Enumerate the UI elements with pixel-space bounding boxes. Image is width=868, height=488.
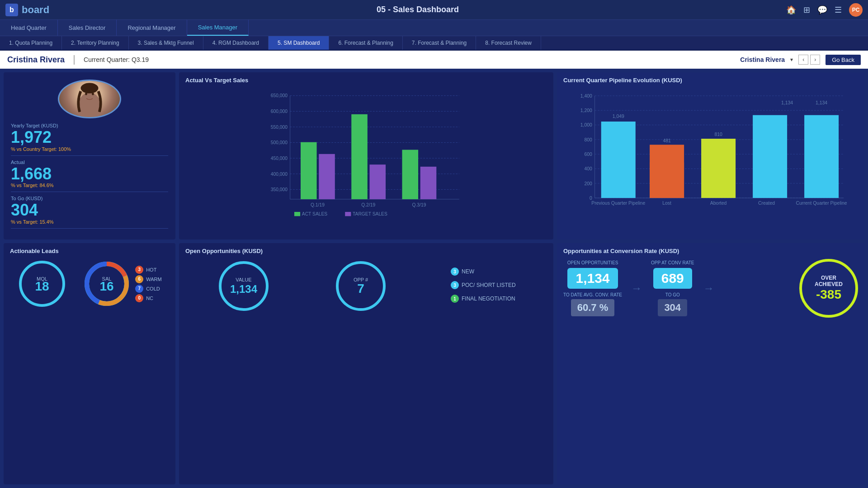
svg-text:1,000: 1,000 [580, 122, 592, 127]
svg-text:1,049: 1,049 [613, 114, 624, 119]
profile-panel: Yearly Target (KUSD) 1,972 % vs Country … [4, 72, 175, 239]
svg-text:1,134: 1,134 [781, 100, 793, 105]
svg-text:1,134: 1,134 [816, 100, 827, 105]
prev-arrow[interactable]: ‹ [798, 55, 808, 65]
svg-text:VALUE: VALUE [236, 277, 252, 282]
svg-text:ACT SALES: ACT SALES [302, 211, 328, 216]
conversion-title: Opportunities at Conversion Rate (KUSD) [563, 248, 858, 254]
nav-role-hq[interactable]: Head Quarter [0, 20, 58, 36]
svg-text:Created: Created [758, 201, 775, 206]
nav-page-4[interactable]: 4. RGM Dashboard [203, 36, 269, 50]
svg-text:810: 810 [714, 132, 722, 137]
svg-text:500,000: 500,000 [271, 140, 288, 145]
sal-group: SAL 16 3 HOT 6 WARM 7 [82, 259, 161, 309]
svg-text:Q.1/19: Q.1/19 [311, 202, 325, 207]
svg-rect-30 [294, 212, 300, 216]
svg-text:16: 16 [100, 279, 114, 293]
svg-text:550,000: 550,000 [271, 125, 288, 130]
opp-num-circle: OPP # 7 [334, 259, 388, 313]
conv-togo-label: TO GO [665, 292, 680, 297]
svg-rect-32 [345, 212, 351, 216]
menu-icon[interactable]: ☰ [835, 5, 842, 15]
svg-rect-26 [420, 167, 437, 199]
role-nav: Head Quarter Sales Director Regional Man… [0, 20, 868, 36]
nav-role-rm[interactable]: Regional Manager [117, 20, 187, 36]
conv-open-label: OPEN OPPORTUNITIES [567, 260, 618, 265]
svg-rect-21 [301, 142, 317, 199]
page-nav: 1. Quota Planning 2. Territory Planning … [0, 36, 868, 51]
nav-page-3[interactable]: 3. Sales & Mktg Funnel [129, 36, 203, 50]
svg-text:1,200: 1,200 [580, 108, 592, 113]
svg-rect-25 [402, 150, 419, 199]
svg-point-4 [81, 83, 99, 94]
nav-manager-name: Cristina Rivera [740, 56, 785, 63]
svg-text:800: 800 [584, 137, 592, 142]
svg-text:Lost: Lost [662, 201, 671, 206]
nav-role-sd[interactable]: Sales Director [58, 20, 117, 36]
chat-icon[interactable]: 💬 [817, 5, 827, 15]
nav-role-sm[interactable]: Sales Manager [187, 20, 249, 36]
svg-rect-58 [650, 145, 684, 198]
actual-pct: % vs Target: 84.6% [11, 183, 168, 188]
chart-title: Actual Vs Target Sales [185, 77, 547, 84]
next-arrow[interactable]: › [810, 55, 820, 65]
nav-page-8[interactable]: 8. Forecast Review [476, 36, 541, 50]
svg-text:1,134: 1,134 [230, 283, 258, 295]
leads-row: MQL 18 [10, 259, 169, 309]
yearly-target-pct: % vs Country Target: 100% [11, 146, 168, 152]
svg-rect-69 [804, 115, 839, 198]
svg-text:600: 600 [584, 152, 592, 157]
nav-page-6[interactable]: 6. Forecast & Planning [329, 36, 402, 50]
sal-breakdown: 3 HOT 6 WARM 7 COLD 0 NC [135, 266, 161, 302]
logo-name: board [22, 4, 49, 16]
pipeline-panel: Current Quarter Pipeline Evolution (KUSD… [557, 72, 864, 239]
top-icons: 🏠 ⊞ 💬 ☰ PC [786, 3, 863, 17]
svg-rect-60 [701, 139, 736, 198]
arrow-1-icon: → [631, 282, 642, 295]
go-back-button[interactable]: Go Back [826, 55, 861, 65]
to-go-block: To Go (KUSD) 304 % vs Target: 15.4% [11, 196, 168, 229]
conv-opp-rate: OPP AT CONV RATE 689 TO GO 304 [651, 260, 694, 316]
manager-name: Cristina Rivera [7, 55, 75, 65]
svg-rect-52 [601, 122, 636, 198]
svg-text:Previous Quarter Pipeline: Previous Quarter Pipeline [591, 201, 645, 206]
svg-text:400: 400 [584, 166, 592, 171]
user-avatar[interactable]: PC [849, 3, 863, 17]
nav-page-5[interactable]: 5. SM Dashboard [269, 36, 329, 50]
conv-avg-label: TO DATE AVG. CONV. RATE [563, 292, 622, 297]
home-icon[interactable]: 🏠 [786, 5, 796, 15]
opp-breakdown: 3 NEW 3 POC/ SHORT LISTED 1 FINAL NEGOTI… [451, 267, 516, 305]
svg-text:481: 481 [663, 138, 671, 143]
nav-arrows: ‹ › [798, 55, 820, 65]
svg-rect-62 [753, 115, 787, 198]
svg-text:200: 200 [584, 181, 592, 186]
to-go-value: 304 [11, 201, 168, 219]
svg-text:600,000: 600,000 [271, 109, 288, 114]
conv-rate-label: OPP AT CONV RATE [651, 260, 694, 265]
svg-rect-24 [369, 164, 386, 199]
opps-title: Open Opportunities (KUSD) [185, 248, 547, 254]
open-opps-panel: Open Opportunities (KUSD) VALUE 1,134 OP… [179, 243, 553, 484]
svg-text:450,000: 450,000 [271, 156, 288, 161]
nav-page-1[interactable]: 1. Quota Planning [0, 36, 62, 50]
over-achieved-label: OVERACHIEVED [815, 275, 843, 288]
manager-right: Cristina Rivera ▾ ‹ › Go Back [740, 55, 861, 65]
quarter-info: Current Quarter: Q3.19 [84, 56, 149, 63]
dropdown-icon[interactable]: ▾ [790, 56, 793, 63]
top-bar: b board 05 - Sales Dashboard 🏠 ⊞ 💬 ☰ PC [0, 0, 868, 20]
opp-value-circle: VALUE 1,134 [217, 259, 271, 313]
profile-photo [58, 80, 121, 118]
nav-page-7[interactable]: 7. Forecast & Planning [403, 36, 476, 50]
svg-text:1,400: 1,400 [580, 94, 592, 99]
arrow-2-icon: → [703, 282, 714, 295]
svg-rect-23 [351, 114, 368, 199]
nav-page-2[interactable]: 2. Territory Planning [62, 36, 129, 50]
sal-circle: SAL 16 [82, 259, 132, 309]
svg-rect-22 [319, 154, 335, 199]
pipeline-chart: 1,400 1,200 1,000 800 600 400 200 0 1,04… [563, 87, 858, 216]
svg-text:Current Quarter Pipeline: Current Quarter Pipeline [796, 201, 847, 206]
conv-rate-value: 689 [661, 271, 684, 286]
logo-b-icon: b [5, 4, 18, 16]
grid-icon[interactable]: ⊞ [803, 5, 810, 15]
manager-bar: Cristina Rivera Current Quarter: Q3.19 C… [0, 51, 868, 69]
